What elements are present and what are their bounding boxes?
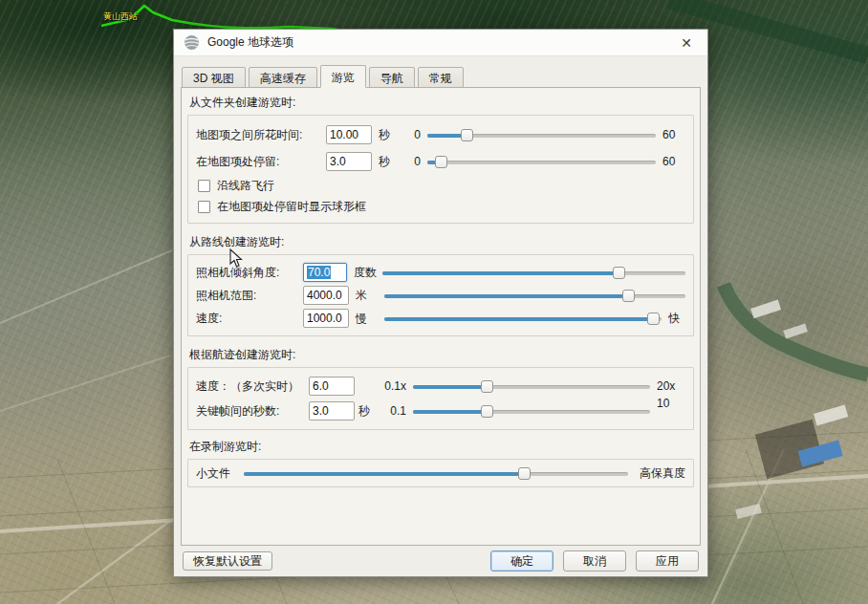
tab-bar: 3D 视图 高速缓存 游览 导航 常规 <box>174 56 707 87</box>
line-speed-input[interactable] <box>303 309 349 328</box>
record-quality-slider[interactable] <box>244 466 628 481</box>
blue-roof-building <box>798 441 843 467</box>
restore-defaults-button[interactable]: 恢复默认设置 <box>183 551 272 571</box>
camera-tilt-input[interactable]: 70.0 <box>303 263 347 282</box>
river <box>724 285 868 375</box>
section-title-record: 在录制游览时: <box>189 439 694 455</box>
apply-button[interactable]: 应用 <box>636 550 699 572</box>
row-camera-range: 照相机范围: 米 <box>196 284 685 307</box>
slider-min-label: 0 <box>403 155 421 168</box>
dialog-titlebar[interactable]: Google 地球选项 ✕ <box>174 30 707 56</box>
dialog-title: Google 地球选项 <box>207 34 293 51</box>
road <box>0 356 170 411</box>
line-speed-slider[interactable] <box>384 312 662 326</box>
slider-handle[interactable] <box>481 380 493 393</box>
buildings <box>735 300 848 519</box>
time-between-features-slider[interactable] <box>427 128 656 142</box>
tab-navigation[interactable]: 导航 <box>369 67 415 88</box>
tab-touring[interactable]: 游览 <box>320 65 366 88</box>
slider-max-label: 60 <box>662 155 685 168</box>
unit-label: 度数 <box>354 265 382 281</box>
group-record: 小文件 高保真度 <box>187 459 694 487</box>
row-keyframe-seconds: 关键帧间的秒数: 秒 0.1 10 <box>196 399 685 423</box>
placemark-label: 黄山西站 <box>103 11 138 23</box>
section-title-folder: 从文件夹创建游览时: <box>189 95 694 111</box>
dialog-button-bar: 恢复默认设置 确定 取消 应用 <box>174 546 707 576</box>
row-fly-along-lines: 沿线路飞行 <box>196 175 685 196</box>
slider-max-label: 快 <box>668 311 685 327</box>
section-title-line: 从路线创建游览时: <box>189 234 694 250</box>
track-speed-slider[interactable] <box>413 379 650 394</box>
time-between-features-input[interactable] <box>326 125 372 144</box>
field-label: 速度: <box>196 311 303 327</box>
unit-label: 秒 <box>358 403 378 420</box>
tab-3d-view[interactable]: 3D 视图 <box>182 67 246 88</box>
field-label: 照相机倾斜角度: <box>196 265 303 281</box>
slider-handle[interactable] <box>613 267 625 279</box>
group-line: 照相机倾斜角度: 70.0 度数 照相机范围: 米 速度: <box>187 254 694 336</box>
group-folder: 地图项之间所花时间: 秒 0 60 在地图项处停留: 秒 0 60 <box>187 115 694 224</box>
ok-button[interactable]: 确定 <box>490 550 553 572</box>
keyframe-seconds-slider[interactable] <box>413 404 650 419</box>
field-label: 地图项之间所花时间: <box>196 127 326 143</box>
slider-handle[interactable] <box>622 290 635 302</box>
track-speed-input[interactable] <box>309 377 355 396</box>
camera-tilt-slider[interactable] <box>382 266 685 280</box>
tab-general[interactable]: 常规 <box>418 67 464 88</box>
section-title-track: 根据航迹创建游览时: <box>189 347 694 363</box>
unit-label: 秒 <box>379 127 403 143</box>
checkbox-label: 沿线路飞行 <box>217 178 274 194</box>
slider-max-label: 60 <box>662 128 685 141</box>
google-earth-options-dialog: Google 地球选项 ✕ 3D 视图 高速缓存 游览 导航 常规 从文件夹创建… <box>173 29 708 577</box>
field-label: 速度：（多次实时） <box>196 378 309 395</box>
slider-handle[interactable] <box>481 405 493 418</box>
slider-handle[interactable] <box>647 313 660 325</box>
road <box>0 250 172 323</box>
road <box>712 449 784 604</box>
slider-handle[interactable] <box>435 156 447 168</box>
slider-handle[interactable] <box>461 129 473 141</box>
gps-track-line <box>101 6 352 32</box>
google-earth-logo-icon <box>184 34 200 51</box>
slider-max-label: 10 <box>657 397 685 410</box>
row-line-speed: 速度: 慢 快 <box>196 307 685 330</box>
keyframe-seconds-input[interactable] <box>309 401 355 421</box>
close-icon[interactable]: ✕ <box>677 33 696 53</box>
row-show-balloon: 在地图项处停留时显示球形框 <box>196 196 685 217</box>
row-track-speed: 速度：（多次实时） 0.1x 20x <box>196 374 685 399</box>
fly-along-lines-checkbox[interactable] <box>198 180 210 192</box>
unit-label: 秒 <box>379 154 403 170</box>
slider-min-label: 0 <box>403 128 421 141</box>
unit-label: 慢 <box>356 311 384 327</box>
group-track: 速度：（多次实时） 0.1x 20x 关键帧间的秒数: 秒 0.1 10 <box>187 367 694 430</box>
slider-min-label: 小文件 <box>196 465 236 482</box>
checkbox-label: 在地图项处停留时显示球形框 <box>217 199 366 215</box>
field-label: 关键帧间的秒数: <box>196 403 309 420</box>
cancel-button[interactable]: 取消 <box>563 550 626 572</box>
camera-range-slider[interactable] <box>384 289 685 303</box>
slider-handle[interactable] <box>518 467 531 480</box>
slider-min-label: 0.1x <box>378 379 406 393</box>
field-label: 照相机范围: <box>196 288 303 304</box>
wait-at-features-slider[interactable] <box>427 155 656 169</box>
row-record-quality: 小文件 高保真度 <box>196 464 685 483</box>
camera-range-input[interactable] <box>303 286 349 305</box>
row-wait-at-features: 在地图项处停留: 秒 0 60 <box>196 148 685 175</box>
row-camera-tilt: 照相机倾斜角度: 70.0 度数 <box>196 261 685 284</box>
field-label: 在地图项处停留: <box>196 154 326 170</box>
wait-at-features-input[interactable] <box>326 152 372 171</box>
river-bank <box>724 285 868 375</box>
slider-min-label: 0.1 <box>378 404 406 418</box>
slider-max-label: 高保真度 <box>636 465 685 482</box>
slider-max-label: 20x <box>657 379 685 393</box>
road <box>57 516 177 604</box>
unit-label: 米 <box>356 288 384 304</box>
tab-cache[interactable]: 高速缓存 <box>249 67 317 88</box>
row-time-between-features: 地图项之间所花时间: 秒 0 60 <box>196 121 685 148</box>
show-balloon-checkbox[interactable] <box>198 201 210 213</box>
tab-page-touring: 从文件夹创建游览时: 地图项之间所花时间: 秒 0 60 在地图项处停留: 秒 … <box>181 87 701 546</box>
